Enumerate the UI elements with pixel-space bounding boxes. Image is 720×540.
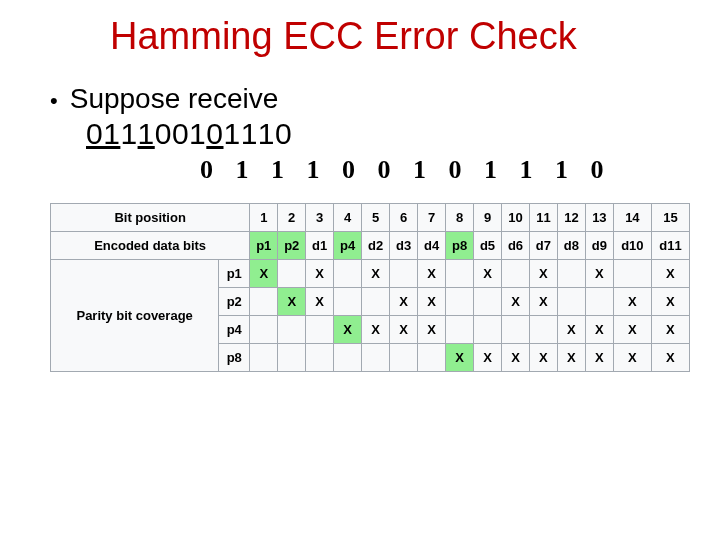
cov-cell: X (362, 316, 390, 344)
cov-cell (557, 260, 585, 288)
cov-cell (529, 316, 557, 344)
pos-cell: 3 (306, 204, 334, 232)
pos-cell: 4 (334, 204, 362, 232)
slide-title: Hamming ECC Error Check (110, 15, 690, 58)
table-row: Parity bit coverage p1 XXXXXXXX (51, 260, 690, 288)
table-row: Encoded data bits p1 p2 d1 p4 d2 d3 d4 p… (51, 232, 690, 260)
cov-cell (418, 344, 446, 372)
cov-cell: X (501, 288, 529, 316)
row-label-p8: p8 (219, 344, 250, 372)
cov-cell (306, 344, 334, 372)
pos-cell: 7 (418, 204, 446, 232)
cov-cell (278, 316, 306, 344)
cov-cell: X (362, 260, 390, 288)
row-label-parity: Parity bit coverage (51, 260, 219, 372)
cov-cell (501, 260, 529, 288)
hamming-table: Bit position 1 2 3 4 5 6 7 8 9 10 11 12 … (50, 203, 690, 372)
cov-cell (250, 344, 278, 372)
enc-cell: d3 (390, 232, 418, 260)
cov-cell (474, 288, 502, 316)
enc-cell: d1 (306, 232, 334, 260)
pos-cell: 11 (529, 204, 557, 232)
cov-cell: X (557, 344, 585, 372)
cov-cell (557, 288, 585, 316)
enc-cell: d9 (585, 232, 613, 260)
enc-cell: d11 (651, 232, 689, 260)
enc-cell: d4 (418, 232, 446, 260)
cov-cell: X (613, 288, 651, 316)
cov-cell: X (474, 344, 502, 372)
row-label-p4: p4 (219, 316, 250, 344)
pos-cell: 14 (613, 204, 651, 232)
bullet-dot-icon: • (50, 88, 58, 114)
pos-cell: 13 (585, 204, 613, 232)
cov-cell: X (529, 344, 557, 372)
pos-cell: 15 (651, 204, 689, 232)
cov-cell: X (585, 260, 613, 288)
cov-cell (250, 316, 278, 344)
cov-cell: X (651, 288, 689, 316)
enc-cell: d8 (557, 232, 585, 260)
cov-cell (334, 260, 362, 288)
cov-cell (474, 316, 502, 344)
cov-cell: X (585, 316, 613, 344)
cov-cell: X (585, 344, 613, 372)
bullet-text: Suppose receive (70, 83, 279, 115)
cov-cell (334, 344, 362, 372)
row-label-p1: p1 (219, 260, 250, 288)
enc-cell: p8 (446, 232, 474, 260)
cov-cell: X (529, 288, 557, 316)
pos-cell: 12 (557, 204, 585, 232)
pos-cell: 2 (278, 204, 306, 232)
pos-cell: 8 (446, 204, 474, 232)
cov-cell: X (446, 344, 474, 372)
enc-cell: d2 (362, 232, 390, 260)
cov-cell: X (501, 344, 529, 372)
cov-cell (446, 260, 474, 288)
cov-cell (390, 260, 418, 288)
cov-cell: X (418, 260, 446, 288)
row-label-bitpos: Bit position (51, 204, 250, 232)
table-row: Bit position 1 2 3 4 5 6 7 8 9 10 11 12 … (51, 204, 690, 232)
cov-cell: X (613, 316, 651, 344)
cov-cell: X (250, 260, 278, 288)
cov-cell: X (278, 288, 306, 316)
cov-cell (250, 288, 278, 316)
pos-cell: 9 (474, 204, 502, 232)
enc-cell: d7 (529, 232, 557, 260)
cov-cell (278, 260, 306, 288)
cov-cell: X (418, 288, 446, 316)
cov-cell (390, 344, 418, 372)
cov-cell (585, 288, 613, 316)
cov-cell: X (474, 260, 502, 288)
cov-cell: X (557, 316, 585, 344)
cov-cell (446, 316, 474, 344)
cov-cell (278, 344, 306, 372)
cov-cell: X (306, 260, 334, 288)
cov-cell (446, 288, 474, 316)
cov-cell: X (306, 288, 334, 316)
cov-cell: X (613, 344, 651, 372)
row-label-encoded: Encoded data bits (51, 232, 250, 260)
cov-cell: X (651, 260, 689, 288)
pos-cell: 6 (390, 204, 418, 232)
enc-cell: p1 (250, 232, 278, 260)
cov-cell: X (529, 260, 557, 288)
cov-cell: X (418, 316, 446, 344)
cov-cell: X (334, 316, 362, 344)
cov-cell (334, 288, 362, 316)
cov-cell (613, 260, 651, 288)
cov-cell: X (651, 316, 689, 344)
bullet-line: • Suppose receive (50, 83, 690, 115)
enc-cell: p4 (334, 232, 362, 260)
cov-cell: X (651, 344, 689, 372)
pos-cell: 5 (362, 204, 390, 232)
cov-cell (306, 316, 334, 344)
enc-cell: d6 (501, 232, 529, 260)
cov-cell (362, 288, 390, 316)
enc-cell: p2 (278, 232, 306, 260)
cov-cell: X (390, 288, 418, 316)
enc-cell: d10 (613, 232, 651, 260)
cov-cell (501, 316, 529, 344)
pos-cell: 1 (250, 204, 278, 232)
